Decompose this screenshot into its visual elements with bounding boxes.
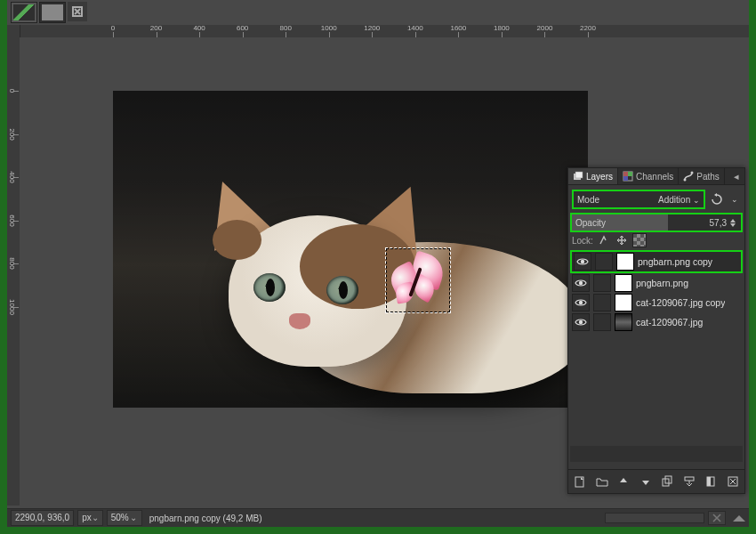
blend-mode-select[interactable]: Mode Addition ⌄ bbox=[572, 190, 705, 209]
panel-button-bar bbox=[568, 469, 744, 493]
delete-layer-button[interactable] bbox=[725, 473, 741, 490]
zoom-select[interactable]: 50%⌄ bbox=[107, 510, 142, 526]
duplicate-layer-button[interactable] bbox=[659, 473, 675, 490]
tab-channels-label: Channels bbox=[636, 172, 673, 182]
svg-point-8 bbox=[691, 172, 694, 174]
opacity-label: Opacity bbox=[575, 218, 606, 228]
eye-icon[interactable] bbox=[572, 294, 590, 312]
layer-thumbnail[interactable] bbox=[615, 294, 632, 312]
progress-bar bbox=[605, 513, 704, 523]
lock-position-icon[interactable] bbox=[615, 233, 629, 247]
svg-point-12 bbox=[579, 320, 583, 324]
layer-name[interactable]: pngbarn.png copy bbox=[638, 256, 712, 267]
layer-row[interactable]: pngbarn.png bbox=[570, 273, 743, 293]
layer-thumbnail[interactable] bbox=[615, 274, 632, 292]
layer-name[interactable]: pngbarn.png bbox=[636, 278, 688, 288]
svg-point-9 bbox=[581, 260, 584, 263]
raise-layer-button[interactable] bbox=[615, 473, 631, 490]
tab-paths-label: Paths bbox=[696, 172, 720, 182]
corner-resize-icon[interactable] bbox=[733, 515, 745, 522]
image-tab-1[interactable] bbox=[11, 2, 37, 23]
panel-tabs: Layers Channels Paths ◂ bbox=[568, 168, 744, 185]
pointer-coords: 2290,0, 936,0 bbox=[11, 510, 74, 526]
svg-point-10 bbox=[579, 281, 583, 285]
link-toggle[interactable] bbox=[593, 274, 611, 292]
layer-name[interactable]: cat-1209067.jpg bbox=[636, 317, 703, 328]
layer-list: pngbarn.png copypngbarn.pngcat-1209067.j… bbox=[570, 250, 743, 332]
new-layer-button[interactable] bbox=[572, 473, 588, 490]
ruler-vertical[interactable]: 02004006008001000 bbox=[7, 25, 20, 506]
opacity-value: 57,3 bbox=[710, 218, 727, 228]
layer-thumbnail[interactable] bbox=[616, 253, 634, 271]
opacity-slider[interactable]: Opacity 57,3 bbox=[570, 213, 743, 232]
opacity-spinner[interactable] bbox=[728, 216, 737, 229]
layer-name[interactable]: cat-1209067.jpg copy bbox=[636, 297, 725, 308]
close-tab-button[interactable] bbox=[68, 2, 87, 21]
panel-menu-button[interactable]: ◂ bbox=[728, 168, 744, 184]
mode-value: Addition bbox=[658, 195, 690, 205]
layer-row[interactable]: cat-1209067.jpg bbox=[570, 312, 743, 332]
svg-rect-18 bbox=[707, 477, 711, 486]
status-title: pngbarn.png copy (49,2 MB) bbox=[146, 514, 601, 523]
cancel-button[interactable] bbox=[708, 511, 726, 525]
status-bar: 2290,0, 936,0 px⌄ 50%⌄ pngbarn.png copy … bbox=[7, 508, 749, 527]
mode-switch-icon[interactable] bbox=[709, 191, 725, 207]
layer-thumbnail[interactable] bbox=[615, 313, 632, 331]
eye-icon[interactable] bbox=[572, 274, 590, 292]
svg-rect-16 bbox=[685, 477, 694, 481]
svg-rect-2 bbox=[575, 172, 583, 178]
link-toggle[interactable] bbox=[593, 294, 611, 312]
layer-row[interactable]: cat-1209067.jpg copy bbox=[570, 293, 743, 312]
mask-button[interactable] bbox=[703, 473, 719, 490]
units-select[interactable]: px⌄ bbox=[77, 510, 103, 526]
link-toggle[interactable] bbox=[593, 313, 611, 331]
image-canvas[interactable] bbox=[113, 91, 588, 408]
ruler-horizontal[interactable]: 0200400600800100012001400160018002000220… bbox=[20, 25, 749, 38]
mode-menu-chevron-icon[interactable]: ⌄ bbox=[727, 191, 743, 207]
lock-pixels-icon[interactable] bbox=[597, 233, 611, 247]
svg-rect-6 bbox=[623, 176, 628, 181]
eye-icon[interactable] bbox=[572, 313, 590, 331]
app-window: 0200400600800100012001400160018002000220… bbox=[7, 0, 749, 527]
merge-down-button[interactable] bbox=[681, 473, 697, 490]
link-toggle[interactable] bbox=[595, 253, 613, 271]
svg-rect-5 bbox=[628, 172, 632, 176]
lock-alpha-icon[interactable] bbox=[632, 233, 647, 247]
tab-layers-label: Layers bbox=[586, 172, 613, 182]
lower-layer-button[interactable] bbox=[638, 473, 654, 490]
new-layer-group-button[interactable] bbox=[594, 473, 610, 490]
tab-channels[interactable]: Channels bbox=[618, 168, 679, 184]
lock-row: Lock: bbox=[568, 232, 744, 248]
eye-icon[interactable] bbox=[574, 253, 591, 271]
layer-row[interactable]: pngbarn.png copy bbox=[570, 250, 743, 273]
svg-point-11 bbox=[579, 301, 583, 304]
image-tab-strip bbox=[11, 2, 87, 21]
mode-label: Mode bbox=[577, 195, 599, 205]
panel-spacer bbox=[570, 446, 743, 462]
tab-layers[interactable]: Layers bbox=[568, 168, 618, 184]
tab-paths[interactable]: Paths bbox=[679, 168, 725, 184]
lock-label: Lock: bbox=[572, 236, 593, 246]
svg-point-7 bbox=[684, 179, 687, 182]
image-tab-2[interactable] bbox=[39, 2, 66, 23]
layer-boundary-marquee[interactable] bbox=[385, 247, 451, 313]
layers-panel: Layers Channels Paths ◂ Mode Addition ⌄ … bbox=[567, 167, 745, 494]
svg-rect-4 bbox=[623, 172, 628, 176]
